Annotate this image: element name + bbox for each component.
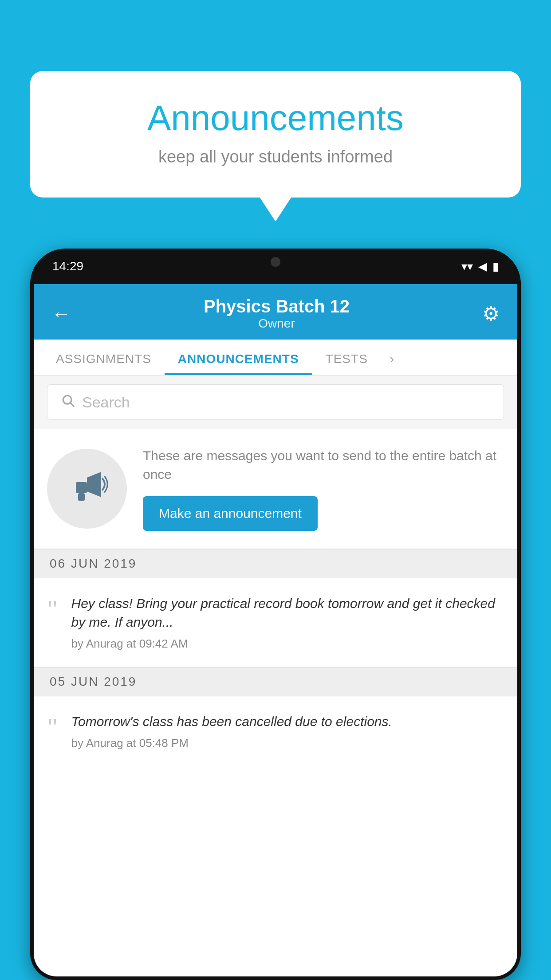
tabs-bar: ASSIGNMENTS ANNOUNCEMENTS TESTS › — [34, 340, 517, 375]
back-button[interactable]: ← — [51, 303, 71, 325]
date-separator-1: 06 JUN 2019 — [34, 549, 517, 578]
search-container: Search — [34, 375, 517, 429]
header-subtitle: Owner — [204, 316, 350, 331]
svg-line-1 — [71, 403, 74, 406]
app-header: ← Physics Batch 12 Owner ⚙ — [34, 284, 517, 340]
search-icon — [61, 393, 75, 411]
settings-icon[interactable]: ⚙ — [482, 302, 500, 325]
search-placeholder: Search — [82, 394, 130, 411]
phone-screen: ← Physics Batch 12 Owner ⚙ ASSIGNMENTS A… — [34, 284, 517, 976]
status-bar: 14:29 ▾▾ ◀ ▮ — [30, 249, 521, 284]
header-title: Physics Batch 12 — [204, 296, 350, 316]
svg-marker-2 — [87, 472, 101, 497]
search-bar[interactable]: Search — [47, 384, 504, 420]
svg-rect-3 — [76, 482, 87, 493]
make-announcement-button[interactable]: Make an announcement — [143, 496, 318, 531]
announce-right: These are messages you want to send to t… — [143, 447, 504, 531]
announcement-meta-1: by Anurag at 09:42 AM — [71, 637, 504, 651]
announce-description: These are messages you want to send to t… — [143, 447, 504, 484]
announcement-meta-2: by Anurag at 05:48 PM — [71, 736, 504, 750]
phone-frame: 14:29 ▾▾ ◀ ▮ ← Physics Batch 12 Owner ⚙ … — [30, 249, 521, 980]
announcement-content-2: Tomorrow's class has been cancelled due … — [71, 712, 504, 750]
tab-tests[interactable]: TESTS — [312, 340, 381, 375]
tab-more[interactable]: › — [381, 340, 403, 375]
announcement-text-2: Tomorrow's class has been cancelled due … — [71, 712, 504, 731]
wifi-icon: ▾▾ — [461, 260, 473, 273]
announcements-subtitle: keep all your students informed — [61, 147, 490, 166]
announcement-item-2[interactable]: " Tomorrow's class has been cancelled du… — [34, 696, 517, 766]
date-separator-2: 05 JUN 2019 — [34, 667, 517, 696]
announcement-content-1: Hey class! Bring your practical record b… — [71, 594, 504, 651]
quote-icon-1: " — [47, 596, 58, 623]
signal-icon: ◀ — [478, 260, 487, 273]
announcement-item-1[interactable]: " Hey class! Bring your practical record… — [34, 578, 517, 667]
svg-rect-4 — [78, 493, 85, 501]
tab-assignments[interactable]: ASSIGNMENTS — [43, 340, 165, 375]
tab-announcements[interactable]: ANNOUNCEMENTS — [165, 340, 312, 375]
quote-icon-2: " — [47, 714, 58, 741]
megaphone-circle — [47, 449, 127, 529]
camera-dot — [271, 257, 280, 267]
header-center: Physics Batch 12 Owner — [204, 296, 350, 331]
phone-notch — [231, 249, 320, 275]
announce-prompt: These are messages you want to send to t… — [34, 429, 517, 549]
announcements-title: Announcements — [61, 98, 490, 138]
battery-icon: ▮ — [492, 260, 499, 273]
speech-bubble: Announcements keep all your students inf… — [30, 71, 521, 198]
announcement-text-1: Hey class! Bring your practical record b… — [71, 594, 504, 632]
status-icons: ▾▾ ◀ ▮ — [461, 260, 499, 273]
status-time: 14:29 — [52, 259, 83, 273]
